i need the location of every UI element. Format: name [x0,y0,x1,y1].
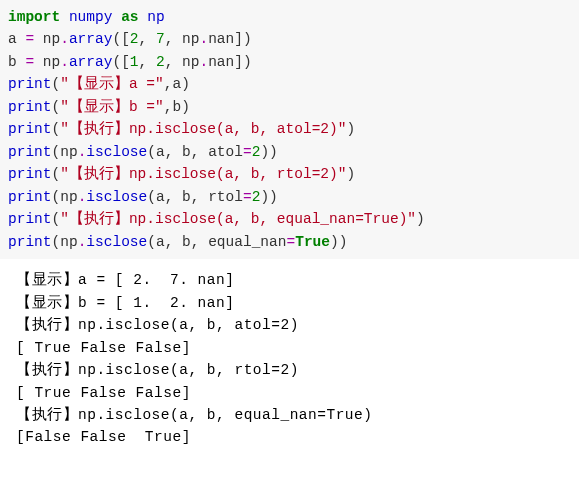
comma: , np [165,54,200,70]
paren: ) [416,211,425,227]
output-block: 【显示】a = [ 2. 7. nan]【显示】b = [ 1. 2. nan]… [0,259,579,457]
op-eq: = [25,54,34,70]
literal-true: True [295,234,330,250]
args: (a, b, rtol [147,189,243,205]
code-line-11: print(np.isclose(a, b, equal_nan=True)) [8,231,571,253]
paren: (np [52,189,78,205]
var-b: b [8,54,25,70]
code-block: import numpy as npa = np.array([2, 7, np… [0,0,579,259]
nan: nan]) [208,54,252,70]
paren: )) [260,144,277,160]
code-line-3: b = np.array([1, 2, np.nan]) [8,51,571,73]
paren: ( [52,76,61,92]
fn-print: print [8,76,52,92]
fn-print: print [8,144,52,160]
output-line: 【显示】b = [ 1. 2. nan] [16,292,563,314]
code-line-7: print(np.isclose(a, b, atol=2)) [8,141,571,163]
code-line-2: a = np.array([2, 7, np.nan]) [8,28,571,50]
output-line: 【执行】np.isclose(a, b, equal_nan=True) [16,404,563,426]
num: 1 [130,54,139,70]
code-line-9: print(np.isclose(a, b, rtol=2)) [8,186,571,208]
comma: , np [165,31,200,47]
output-line: 【执行】np.isclose(a, b, atol=2) [16,314,563,336]
op-eq: = [243,189,252,205]
string: "【执行】np.isclose(a, b, rtol=2)" [60,166,346,182]
fn-array: array [69,31,113,47]
paren: )) [330,234,347,250]
fn-print: print [8,211,52,227]
paren: ( [52,121,61,137]
output-line: 【执行】np.isclose(a, b, rtol=2) [16,359,563,381]
bracket: ([ [112,31,129,47]
keyword-import: import [8,9,60,25]
var-a: a [8,31,25,47]
num: 2 [156,54,165,70]
alias-np: np [147,9,164,25]
string: "【显示】a =" [60,76,164,92]
op-dot: . [199,54,208,70]
paren: ) [346,166,355,182]
fn-print: print [8,121,52,137]
string: "【执行】np.isclose(a, b, equal_nan=True)" [60,211,416,227]
fn-print: print [8,189,52,205]
rest: ,b) [164,99,190,115]
args: (a, b, atol [147,144,243,160]
num: 7 [156,31,165,47]
fn-print: print [8,166,52,182]
comma: , [139,31,156,47]
num: 2 [130,31,139,47]
output-line: [ True False False] [16,382,563,404]
paren: (np [52,234,78,250]
op-dot: . [60,31,69,47]
paren: ( [52,99,61,115]
args: (a, b, equal_nan [147,234,286,250]
op-dot: . [60,54,69,70]
np-ref: np [34,31,60,47]
paren: ( [52,211,61,227]
op-eq: = [243,144,252,160]
nan: nan]) [208,31,252,47]
fn-isclose: isclose [86,189,147,205]
string: "【执行】np.isclose(a, b, atol=2)" [60,121,346,137]
code-line-6: print("【执行】np.isclose(a, b, atol=2)") [8,118,571,140]
fn-print: print [8,99,52,115]
paren: ( [52,166,61,182]
code-line-5: print("【显示】b =",b) [8,96,571,118]
paren: (np [52,144,78,160]
output-line: [ True False False] [16,337,563,359]
paren: )) [260,189,277,205]
module-numpy: numpy [69,9,113,25]
bracket: ([ [112,54,129,70]
comma: , [139,54,156,70]
rest: ,a) [164,76,190,92]
np-ref: np [34,54,60,70]
code-line-4: print("【显示】a =",a) [8,73,571,95]
string: "【显示】b =" [60,99,164,115]
output-line: [False False True] [16,426,563,448]
op-eq: = [25,31,34,47]
fn-array: array [69,54,113,70]
paren: ) [346,121,355,137]
op-dot: . [199,31,208,47]
op-eq: = [286,234,295,250]
fn-isclose: isclose [86,144,147,160]
fn-print: print [8,234,52,250]
output-line: 【显示】a = [ 2. 7. nan] [16,269,563,291]
fn-isclose: isclose [86,234,147,250]
code-line-10: print("【执行】np.isclose(a, b, equal_nan=Tr… [8,208,571,230]
keyword-as: as [121,9,138,25]
code-line-8: print("【执行】np.isclose(a, b, rtol=2)") [8,163,571,185]
code-line-1: import numpy as np [8,6,571,28]
